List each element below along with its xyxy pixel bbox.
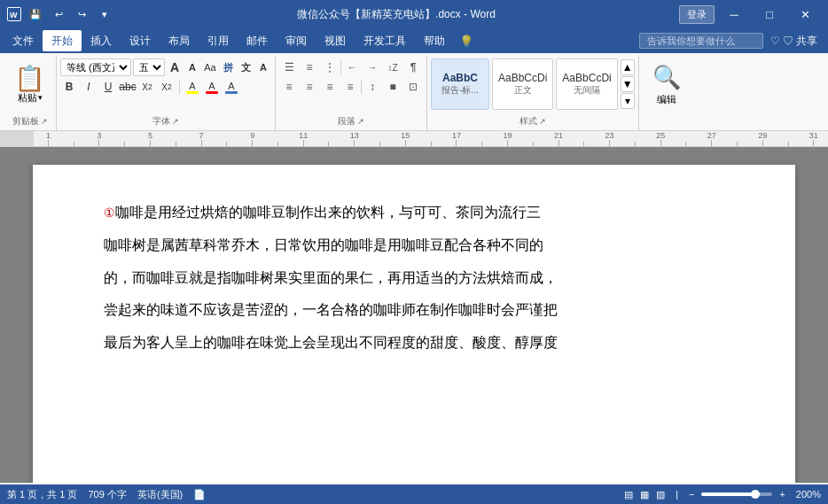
change-case-button[interactable]: Aa: [202, 59, 218, 75]
customize-qat-button[interactable]: ▾: [96, 5, 113, 23]
bold-button[interactable]: B: [60, 78, 78, 96]
zoom-out-button[interactable]: −: [689, 489, 694, 500]
menu-bar: 文件 开始 插入 设计 布局 引用 邮件 审阅 视图 开发工具 帮助 💡 ♡ ♡…: [0, 28, 828, 53]
style-label-nospace: 无间隔: [574, 84, 600, 97]
zoom-in-button[interactable]: +: [779, 489, 785, 500]
paste-button[interactable]: 📋 粘贴 ▾: [12, 64, 48, 107]
border-color-inner: A: [225, 81, 238, 94]
menu-view[interactable]: 视图: [316, 30, 355, 51]
menu-layout[interactable]: 布局: [160, 30, 199, 51]
editing-group: 🔍 编辑 ·: [639, 55, 694, 130]
search-input[interactable]: [639, 33, 763, 49]
font-group: 等线 (西文正文) 五号 A A Aa 拼 文 A: [57, 55, 276, 130]
menu-help[interactable]: 帮助: [415, 30, 454, 51]
font-expand-icon[interactable]: ↗: [172, 117, 179, 126]
menu-mailings[interactable]: 邮件: [238, 30, 277, 51]
align-left-button[interactable]: ≡: [279, 78, 299, 96]
menu-insert[interactable]: 插入: [82, 30, 121, 51]
zoom-slider[interactable]: [701, 492, 772, 496]
paragraph-expand-icon[interactable]: ↗: [357, 117, 364, 126]
title-text: 微信公众号【新精英充电站】.docx - Word: [297, 8, 496, 20]
increase-indent-button[interactable]: →: [363, 58, 382, 76]
styles-label: 样式: [519, 115, 537, 128]
undo-button[interactable]: ↩: [50, 5, 67, 23]
underline-button[interactable]: U: [99, 78, 117, 96]
maximize-button[interactable]: □: [754, 0, 785, 28]
paste-label: 粘贴: [18, 91, 37, 105]
style-item-report[interactable]: AaBbC 报告-标...: [431, 58, 489, 110]
align-center-button[interactable]: ≡: [300, 78, 319, 96]
menu-design[interactable]: 设计: [121, 30, 160, 51]
border-color-button[interactable]: A: [223, 78, 240, 96]
document-content[interactable]: ①咖啡是用经过烘焙的咖啡豆制作出来的饮料，与可可、茶同为流行三 咖啡树是属茜草科…: [104, 200, 742, 356]
menu-home[interactable]: 开始: [43, 30, 82, 51]
shading-button[interactable]: ■: [383, 78, 402, 96]
highlight-inner: 文: [241, 61, 251, 74]
menu-references[interactable]: 引用: [199, 30, 238, 51]
show-marks-button[interactable]: ¶: [403, 58, 423, 76]
share-icon: ♡: [770, 35, 780, 47]
styles-scroll-up-button[interactable]: ▲: [621, 59, 635, 75]
multilevel-list-button[interactable]: ⋮: [320, 58, 340, 76]
close-button[interactable]: ✕: [789, 0, 821, 28]
line-spacing-button[interactable]: ↕: [363, 78, 382, 96]
superscript-button[interactable]: X2: [158, 78, 176, 96]
styles-expand-icon[interactable]: ↗: [539, 117, 546, 126]
menu-developer[interactable]: 开发工具: [355, 30, 415, 51]
para-row2: ≡ ≡ ≡ ≡ ↕ ■ ⊡: [279, 78, 423, 96]
font-grow-button[interactable]: A: [167, 59, 183, 75]
font-name-select[interactable]: 等线 (西文正文): [60, 58, 131, 76]
strikethrough-button[interactable]: abc: [119, 78, 137, 96]
language-status[interactable]: 英语(美国): [137, 488, 183, 501]
paragraph-group: ☰ ≡ ⋮ ← → ↕Z ¶ ≡ ≡ ≡ ≡ ↕ ■ ⊡ 段落: [276, 55, 427, 130]
sort-button[interactable]: ↕Z: [383, 58, 402, 76]
font-color-label: A: [260, 62, 267, 73]
highlight-text-button[interactable]: 文: [238, 59, 254, 75]
read-view-icon[interactable]: ▤: [624, 489, 633, 500]
italic-button[interactable]: I: [80, 78, 98, 96]
styles-scroll: ▲ ▼ ▾: [621, 59, 635, 109]
align-right-button[interactable]: ≡: [320, 78, 340, 96]
ruler: 135791113151719212325272931: [0, 131, 828, 147]
decrease-indent-button[interactable]: ←: [342, 58, 362, 76]
styles-scroll-down-button[interactable]: ▼: [621, 76, 635, 92]
editing-label: 编辑: [657, 93, 676, 106]
save-button[interactable]: 💾: [27, 5, 44, 23]
web-layout-icon[interactable]: ▨: [656, 489, 665, 500]
title-bar-right: 登录 ─ □ ✕: [679, 0, 821, 28]
numbered-list-button[interactable]: ≡: [300, 58, 319, 76]
bullets-button[interactable]: ☰: [279, 58, 299, 76]
menu-review[interactable]: 审阅: [277, 30, 316, 51]
style-item-nospace[interactable]: AaBbCcDi 无间隔: [556, 58, 617, 110]
find-button[interactable]: 🔍 编辑: [644, 58, 689, 112]
clipboard-expand-icon[interactable]: ↗: [41, 117, 48, 126]
menu-file[interactable]: 文件: [4, 30, 43, 51]
style-item-normal[interactable]: AaBbCcDi 正文: [492, 58, 553, 110]
justify-button[interactable]: ≡: [340, 78, 360, 96]
text-highlight-a: A: [189, 81, 195, 91]
pinyin-button[interactable]: 拼: [220, 59, 236, 75]
status-divider: |: [676, 489, 678, 500]
ribbon: 📋 粘贴 ▾ 剪贴板 ↗ 等线 (西文正文): [0, 53, 828, 131]
styles-more-button[interactable]: ▾: [621, 93, 635, 109]
print-layout-icon[interactable]: ▦: [640, 489, 649, 500]
font-color-button[interactable]: A: [255, 59, 271, 75]
minimize-button[interactable]: ─: [718, 0, 750, 28]
font-shrink-button[interactable]: A: [184, 59, 200, 75]
ruler-left-margin: [0, 131, 34, 146]
document-page: ①咖啡是用经过烘焙的咖啡豆制作出来的饮料，与可可、茶同为流行三 咖啡树是属茜草科…: [33, 165, 795, 483]
status-bar: 第 1 页，共 1 页 709 个字 英语(美国) 📄 ▤ ▦ ▨ | − + …: [0, 485, 828, 504]
text-highlight-inner: A: [186, 81, 199, 94]
borders-button[interactable]: ⊡: [403, 78, 423, 96]
share-button[interactable]: ♡ ♡ 共享: [763, 32, 824, 50]
text-highlight-color-button[interactable]: A: [184, 78, 201, 96]
paste-inner: 📋 粘贴 ▾: [14, 66, 45, 105]
document-area[interactable]: ①咖啡是用经过烘焙的咖啡豆制作出来的饮料，与可可、茶同为流行三 咖啡树是属茜草科…: [0, 147, 828, 483]
clipboard-group: 📋 粘贴 ▾ 剪贴板 ↗: [4, 55, 57, 130]
zoom-level[interactable]: 200%: [796, 489, 821, 500]
redo-button[interactable]: ↪: [73, 5, 90, 23]
subscript-button[interactable]: X2: [138, 78, 156, 96]
font-size-select[interactable]: 五号: [133, 58, 165, 76]
font-color-btn2[interactable]: A: [203, 78, 221, 96]
login-button[interactable]: 登录: [679, 5, 715, 24]
